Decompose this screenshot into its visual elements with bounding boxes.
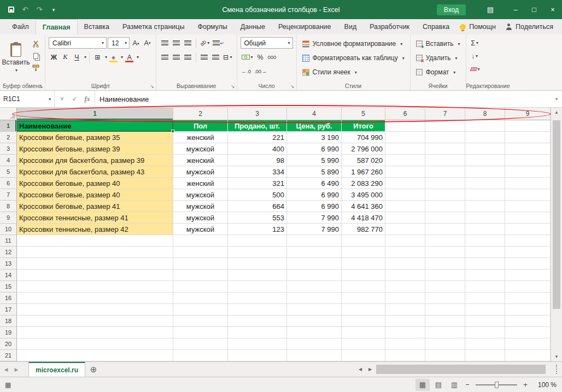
row-header-13[interactable]: 13 bbox=[0, 258, 17, 270]
cell-r15c5[interactable] bbox=[342, 281, 385, 292]
cell-r20c3[interactable] bbox=[228, 338, 287, 350]
borders-icon[interactable]: ⊞ bbox=[92, 51, 103, 63]
cell-r15c4[interactable] bbox=[287, 281, 342, 292]
cell-r4c9[interactable] bbox=[505, 155, 551, 166]
cell-r15c3[interactable] bbox=[228, 281, 287, 292]
cell-r18c2[interactable] bbox=[173, 315, 228, 327]
cell-r9c2[interactable]: мужской bbox=[173, 212, 228, 224]
cell-r18c1[interactable] bbox=[17, 315, 173, 327]
cell-r1c3[interactable]: Продано, шт. bbox=[228, 120, 287, 132]
cell-r16c3[interactable] bbox=[228, 292, 287, 304]
percent-style-icon[interactable]: % bbox=[255, 51, 266, 63]
tell-me-button[interactable]: Помощн bbox=[460, 23, 496, 31]
clipboard-dialog-launcher-icon[interactable]: ↘ bbox=[39, 84, 43, 89]
paste-dropdown-icon[interactable]: ▾ bbox=[15, 68, 17, 73]
zoom-in-icon[interactable]: + bbox=[521, 381, 530, 389]
cell-r17c3[interactable] bbox=[228, 304, 287, 315]
cell-r18c6[interactable] bbox=[385, 315, 425, 327]
align-bottom-icon[interactable] bbox=[183, 37, 193, 49]
redo-icon[interactable]: ↷ bbox=[33, 3, 46, 16]
cell-r7c1[interactable]: Кроссовки беговые, размер 40 bbox=[17, 189, 173, 201]
cell-r16c5[interactable] bbox=[342, 292, 385, 304]
cell-r19c8[interactable] bbox=[465, 327, 505, 338]
orientation-icon[interactable]: ab▾ bbox=[199, 37, 210, 49]
cell-r7c3[interactable]: 500 bbox=[228, 189, 287, 201]
cell-r12c6[interactable] bbox=[385, 247, 425, 258]
cell-r9c9[interactable] bbox=[505, 212, 551, 224]
cell-r5c8[interactable] bbox=[465, 166, 505, 178]
tab-home[interactable]: Главная bbox=[36, 19, 78, 34]
cell-r2c9[interactable] bbox=[505, 132, 551, 143]
cell-r16c1[interactable] bbox=[17, 292, 173, 304]
cell-r13c6[interactable] bbox=[385, 258, 425, 270]
align-middle-icon[interactable] bbox=[171, 37, 182, 49]
select-all-corner[interactable] bbox=[0, 108, 17, 120]
zoom-out-icon[interactable]: − bbox=[463, 381, 472, 389]
cell-r11c3[interactable] bbox=[228, 235, 287, 247]
font-size-select[interactable]: 12▾ bbox=[108, 37, 130, 49]
delete-cells-button[interactable]: Удалить▾ bbox=[414, 51, 463, 65]
cell-r4c2[interactable]: женский bbox=[173, 155, 228, 166]
cell-r18c7[interactable] bbox=[425, 315, 465, 327]
row-header-21[interactable]: 21 bbox=[0, 350, 17, 361]
vertical-scroll-thumb[interactable] bbox=[553, 120, 560, 309]
row-header-9[interactable]: 9 bbox=[0, 212, 17, 224]
cell-r12c1[interactable] bbox=[17, 247, 173, 258]
name-box-dropdown-icon[interactable]: ▾ bbox=[49, 97, 51, 102]
cell-r13c5[interactable] bbox=[342, 258, 385, 270]
cell-styles-button[interactable]: Стили ячеек▾ bbox=[300, 66, 407, 79]
cell-r1c8[interactable] bbox=[465, 120, 505, 132]
scroll-left-icon[interactable]: ◀ bbox=[355, 367, 365, 372]
cell-r19c4[interactable] bbox=[287, 327, 342, 338]
cell-r14c1[interactable] bbox=[17, 270, 173, 281]
autosum-icon[interactable]: Σ▾ bbox=[470, 37, 480, 49]
ribbon-display-options-icon[interactable]: ▤ bbox=[482, 3, 499, 16]
cell-r3c7[interactable] bbox=[425, 143, 465, 155]
column-header-6[interactable]: 6 bbox=[385, 108, 425, 120]
copy-icon[interactable] bbox=[31, 51, 40, 60]
cell-r16c4[interactable] bbox=[287, 292, 342, 304]
cell-r9c1[interactable]: Кроссовки теннисные, размер 41 bbox=[17, 212, 173, 224]
bold-button[interactable]: Ж bbox=[49, 51, 59, 63]
align-top-icon[interactable] bbox=[160, 37, 170, 49]
formula-input[interactable]: Наименование bbox=[95, 91, 551, 107]
cell-r17c8[interactable] bbox=[465, 304, 505, 315]
cell-r5c7[interactable] bbox=[425, 166, 465, 178]
tab-view[interactable]: Вид bbox=[338, 19, 364, 34]
status-left-icon[interactable]: ▦ bbox=[5, 381, 11, 389]
row-header-8[interactable]: 8 bbox=[0, 201, 17, 212]
font-size-dropdown-icon[interactable]: ▾ bbox=[125, 40, 127, 45]
cell-r10c9[interactable] bbox=[505, 224, 551, 235]
cell-r17c7[interactable] bbox=[425, 304, 465, 315]
cell-r20c2[interactable] bbox=[173, 338, 228, 350]
comma-style-icon[interactable]: 000 bbox=[267, 51, 278, 63]
row-header-10[interactable]: 10 bbox=[0, 224, 17, 235]
cell-r16c6[interactable] bbox=[385, 292, 425, 304]
cell-r11c2[interactable] bbox=[173, 235, 228, 247]
cell-r8c4[interactable]: 6 990 bbox=[287, 201, 342, 212]
cell-r8c7[interactable] bbox=[425, 201, 465, 212]
cell-r9c3[interactable]: 553 bbox=[228, 212, 287, 224]
cell-r16c7[interactable] bbox=[425, 292, 465, 304]
borders-dropdown-icon[interactable]: ▾ bbox=[105, 55, 107, 60]
cell-r4c3[interactable]: 98 bbox=[228, 155, 287, 166]
tab-review[interactable]: Рецензирование bbox=[272, 19, 338, 34]
cell-r8c8[interactable] bbox=[465, 201, 505, 212]
cell-r16c8[interactable] bbox=[465, 292, 505, 304]
cell-r20c8[interactable] bbox=[465, 338, 505, 350]
close-button[interactable]: × bbox=[543, 0, 562, 19]
row-header-14[interactable]: 14 bbox=[0, 270, 17, 281]
cell-r21c7[interactable] bbox=[425, 350, 465, 361]
minimize-button[interactable]: – bbox=[506, 0, 525, 19]
cell-r20c6[interactable] bbox=[385, 338, 425, 350]
cell-r3c2[interactable]: мужской bbox=[173, 143, 228, 155]
tab-insert[interactable]: Вставка bbox=[78, 19, 116, 34]
cell-r6c2[interactable]: женский bbox=[173, 178, 228, 189]
cell-r11c1[interactable] bbox=[17, 235, 173, 247]
underline-dropdown-icon[interactable]: ▾ bbox=[84, 55, 86, 60]
scroll-up-icon[interactable]: ▲ bbox=[551, 108, 562, 117]
align-left-icon[interactable] bbox=[160, 51, 170, 63]
cell-r8c3[interactable]: 664 bbox=[228, 201, 287, 212]
cell-r10c5[interactable]: 982 770 bbox=[342, 224, 385, 235]
page-break-view-icon[interactable]: ▥ bbox=[447, 379, 461, 391]
